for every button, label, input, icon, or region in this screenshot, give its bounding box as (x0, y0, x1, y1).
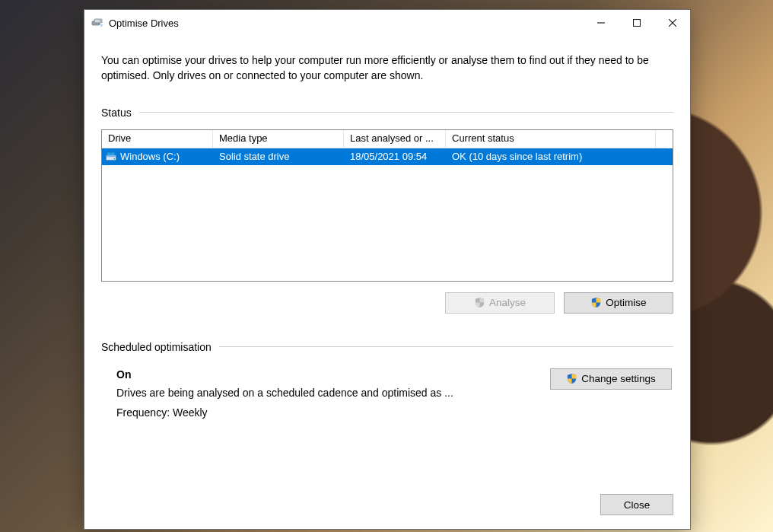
scheduled-frequency: Frequency: Weekly (116, 406, 535, 419)
close-button-label: Close (624, 499, 651, 511)
change-settings-button-label: Change settings (581, 373, 656, 384)
shield-icon (590, 297, 602, 308)
app-icon (91, 17, 103, 29)
drive-media-type: Solid state drive (213, 151, 344, 162)
divider (219, 346, 673, 347)
window-close-button[interactable] (654, 10, 690, 36)
drive-row-windows-c[interactable]: Windows (C:) Solid state drive 18/05/202… (102, 148, 673, 165)
optimise-button[interactable]: Optimise (564, 292, 673, 314)
svg-point-13 (114, 158, 116, 159)
column-spacer (656, 130, 668, 148)
analyse-button: Analyse (445, 292, 555, 314)
drive-last-analysed: 18/05/2021 09:54 (344, 151, 446, 162)
drive-name: Windows (C:) (120, 151, 180, 162)
change-settings-button[interactable]: Change settings (550, 368, 672, 390)
svg-marker-4 (100, 24, 103, 26)
drive-current-status: OK (10 days since last retrim) (446, 151, 656, 162)
column-media-type[interactable]: Media type (213, 130, 344, 148)
svg-rect-12 (111, 152, 115, 155)
svg-rect-11 (107, 152, 111, 155)
shield-icon (474, 297, 485, 308)
column-last-analysed[interactable]: Last analysed or ... (344, 130, 446, 148)
svg-rect-6 (633, 20, 640, 27)
optimise-button-label: Optimise (606, 297, 646, 308)
divider (139, 112, 673, 113)
svg-point-2 (100, 21, 100, 21)
titlebar[interactable]: Optimise Drives (84, 10, 690, 36)
optimise-drives-window: Optimise Drives You can optimise your dr… (84, 9, 691, 530)
minimize-button[interactable] (583, 10, 619, 36)
column-drive[interactable]: Drive (102, 130, 213, 148)
svg-rect-10 (107, 155, 116, 157)
drive-icon (105, 151, 117, 163)
drive-list-header[interactable]: Drive Media type Last analysed or ... Cu… (102, 130, 673, 148)
drive-list[interactable]: Drive Media type Last analysed or ... Cu… (101, 129, 673, 282)
scheduled-description: Drives are being analysed on a scheduled… (116, 387, 535, 399)
window-title: Optimise Drives (109, 18, 179, 29)
close-button[interactable]: Close (600, 494, 673, 515)
analyse-button-label: Analyse (489, 297, 526, 308)
intro-text: You can optimise your drives to help you… (101, 53, 673, 84)
maximize-button[interactable] (619, 10, 654, 36)
scheduled-on-label: On (116, 368, 535, 381)
shield-icon (566, 373, 577, 384)
scheduled-label: Scheduled optimisation (101, 341, 212, 353)
column-current-status[interactable]: Current status (446, 130, 656, 148)
status-label: Status (101, 107, 132, 119)
